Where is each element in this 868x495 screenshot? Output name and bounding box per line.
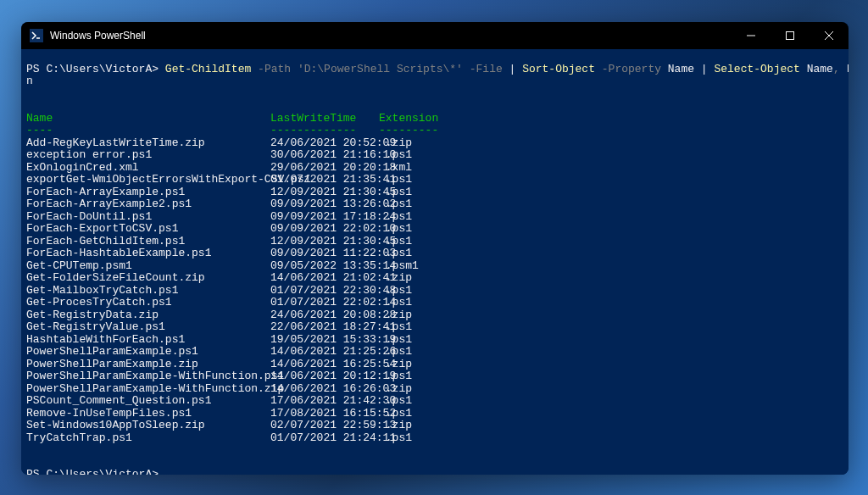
col-header-ext: Extension — [379, 113, 843, 125]
cell-date: 24/06/2021 20:08:28 — [270, 309, 379, 322]
minimize-button[interactable] — [732, 22, 771, 49]
div-lwt: ------------- — [270, 125, 379, 137]
table-row: HashtableWithForEach.ps119/05/2021 15:33… — [26, 334, 843, 347]
pipe-2: | — [694, 63, 714, 75]
cell-ext: .ps1 — [379, 186, 843, 199]
cell-date: 01/07/2021 21:24:11 — [270, 432, 379, 445]
prompt-suffix: > — [152, 63, 159, 75]
cmd-getchilditem: Get-ChildItem — [165, 63, 251, 75]
table-row: Add-RegKeyLastWriteTime.zip24/06/2021 20… — [26, 137, 843, 150]
cell-date: 19/05/2021 15:33:19 — [270, 334, 379, 347]
prompt-prefix: PS — [26, 63, 46, 75]
cell-filename: Get-MailboxTryCatch.ps1 — [26, 285, 270, 298]
cmd-sortobject: Sort-Object — [522, 63, 595, 75]
window-title: Windows PowerShell — [50, 30, 732, 42]
cell-ext: .zip — [379, 137, 843, 150]
close-button[interactable] — [810, 22, 849, 49]
cell-filename: ExOnloginCred.xml — [26, 162, 270, 175]
table-row: TryCatchTrap.ps101/07/2021 21:24:11 .ps1 — [26, 432, 843, 445]
cell-ext: .ps1 — [379, 223, 843, 236]
cell-ext: .ps1 — [379, 211, 843, 224]
window-controls — [732, 22, 849, 49]
cell-ext: .zip — [379, 383, 843, 396]
cell-filename: PowerShellParamExample.zip — [26, 359, 270, 371]
cell-date: 12/09/2021 21:30:45 — [270, 236, 379, 248]
cell-filename: Get-RegistryData.zip — [26, 309, 270, 322]
cell-date: 01/07/2021 22:30:48 — [270, 285, 379, 298]
cell-filename: Get-ProcesTryCatch.ps1 — [26, 297, 270, 309]
table-row: ForEach-ExportToCSV.ps109/09/2021 22:02:… — [26, 223, 843, 236]
cell-date: 30/06/2021 21:16:10 — [270, 149, 379, 162]
cell-filename: PowerShellParamExample-WithFunction.zip — [26, 383, 270, 396]
cell-ext: .ps1 — [379, 149, 843, 162]
cell-date: 29/06/2021 20:20:18 — [270, 162, 379, 175]
cell-filename: HashtableWithForEach.ps1 — [26, 334, 270, 347]
arg-name: Name — [668, 63, 694, 75]
table-row: ForEach-HashtableExample.ps109/09/2021 1… — [26, 248, 843, 260]
prompt-prefix-2: PS — [26, 468, 46, 475]
cell-ext: .zip — [379, 309, 843, 322]
powershell-window: Windows PowerShell PS C:\Users\VictorA> … — [21, 22, 849, 475]
table-row: PowerShellParamExample-WithFunction.ps11… — [26, 370, 843, 383]
maximize-button[interactable] — [771, 22, 810, 49]
table-row: ExOnloginCred.xml29/06/2021 20:20:18 .xm… — [26, 162, 843, 175]
cmd-selectobject: Select-Object — [714, 63, 799, 75]
param-property: -Property — [595, 63, 668, 75]
div-ext: --------- — [379, 125, 843, 137]
cell-ext: .ps1 — [379, 408, 843, 420]
titlebar[interactable]: Windows PowerShell — [21, 22, 849, 49]
cell-filename: PowerShellParamExample-WithFunction.ps1 — [26, 370, 270, 383]
terminal-output[interactable]: PS C:\Users\VictorA> Get-ChildItem -Path… — [21, 49, 849, 475]
cell-ext: .ps1 — [379, 285, 843, 298]
cell-date: 01/07/2021 21:35:41 — [270, 174, 379, 186]
table-row: Get-FolderSizeFileCount.zip14/06/2021 21… — [26, 272, 843, 285]
cell-filename: Remove-InUseTempFiles.ps1 — [26, 408, 270, 420]
cell-filename: ForEach-DoUntil.ps1 — [26, 211, 270, 224]
table-row: ForEach-ArrayExample.ps112/09/2021 21:30… — [26, 186, 843, 199]
cell-ext: .zip — [379, 359, 843, 371]
cell-date: 01/07/2021 22:02:14 — [270, 297, 379, 309]
arg-lwt: LastWriteTime — [840, 63, 849, 75]
cell-filename: Get-RegistryValue.ps1 — [26, 321, 270, 334]
cell-date: 17/08/2021 16:15:52 — [270, 408, 379, 420]
cell-filename: TryCatchTrap.ps1 — [26, 432, 270, 445]
cell-date: 14/06/2021 21:02:41 — [270, 272, 379, 285]
param-path: -Path — [251, 63, 298, 75]
cell-filename: ForEach-HashtableExample.ps1 — [26, 248, 270, 260]
cell-date: 22/06/2021 18:27:41 — [270, 321, 379, 334]
table-row: PowerShellParamExample.ps114/06/2021 21:… — [26, 346, 843, 359]
table-row: Get-ProcesTryCatch.ps101/07/2021 22:02:1… — [26, 297, 843, 309]
comma-1: , — [833, 63, 840, 75]
table-row: Set-Windows10AppToSleep.zip02/07/2021 22… — [26, 420, 843, 432]
div-name: ---- — [26, 125, 270, 137]
param-file: -File — [463, 63, 503, 75]
cell-filename: Get-CPUTemp.psm1 — [26, 260, 270, 273]
cell-ext: .xml — [379, 162, 843, 175]
table-row: Get-CPUTemp.psm109/05/2022 13:35:14 .psm… — [26, 260, 843, 273]
arg-selname: Name — [800, 63, 833, 75]
cell-ext: .zip — [379, 420, 843, 432]
cell-date: 24/06/2021 20:52:09 — [270, 137, 379, 150]
table-row: PSCount_Comment_Question.ps117/06/2021 2… — [26, 395, 843, 408]
table-row: Get-MailboxTryCatch.ps101/07/2021 22:30:… — [26, 285, 843, 298]
powershell-icon — [30, 29, 43, 42]
cell-ext: .ps1 — [379, 334, 843, 347]
cell-filename: ForEach-ArrayExample.ps1 — [26, 186, 270, 199]
table-row: ForEach-ArrayExample2.ps109/09/2021 13:2… — [26, 198, 843, 211]
cell-filename: ForEach-ExportToCSV.ps1 — [26, 223, 270, 236]
cell-date: 09/09/2021 22:02:10 — [270, 223, 379, 236]
cmd-wrap: n — [26, 75, 33, 87]
prompt-path-2: C:\Users\VictorA — [46, 468, 152, 475]
cell-ext: .ps1 — [379, 432, 843, 445]
cell-date: 12/09/2021 21:30:45 — [270, 186, 379, 199]
table-row: ForEach-DoUntil.ps109/09/2021 17:18:24 .… — [26, 211, 843, 224]
cell-date: 17/06/2021 21:42:30 — [270, 395, 379, 408]
cell-filename: exception error.ps1 — [26, 149, 270, 162]
cell-filename: PowerShellParamExample.ps1 — [26, 346, 270, 359]
cell-ext: .ps1 — [379, 198, 843, 211]
prompt-suffix-2: > — [152, 468, 159, 475]
cell-date: 02/07/2021 22:59:13 — [270, 420, 379, 432]
table-row: ForEach-GetChildItem.ps112/09/2021 21:30… — [26, 236, 843, 248]
cell-ext: .zip — [379, 272, 843, 285]
table-row: Get-RegistryValue.ps122/06/2021 18:27:41… — [26, 321, 843, 334]
